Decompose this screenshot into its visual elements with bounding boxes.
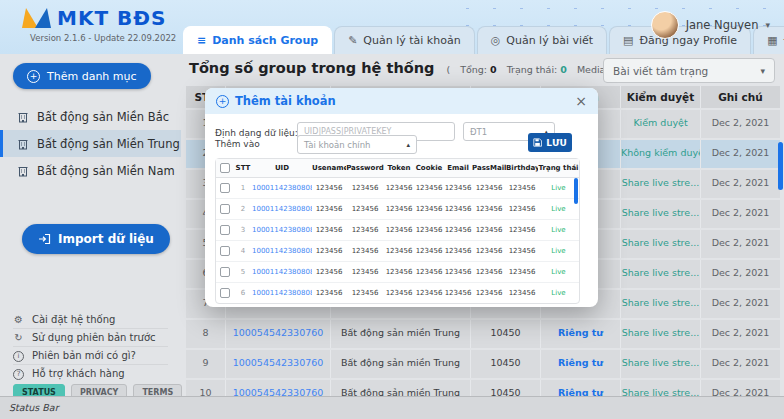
table-row[interactable]: 4100011423808086123456123456123456123456… bbox=[216, 241, 579, 262]
link-label: Cài đặt hệ thống bbox=[32, 314, 115, 325]
tab-danh-sach-group[interactable]: ≡ Danh sách Group bbox=[183, 26, 332, 54]
cell-passmail: 123456 bbox=[472, 226, 506, 234]
checkbox-icon bbox=[220, 288, 230, 298]
cell-moderation[interactable]: Share live stre... bbox=[620, 350, 700, 378]
row-checkbox[interactable] bbox=[216, 204, 234, 214]
post-type-dropdown[interactable]: Bài viết tâm trạng ▾ bbox=[603, 58, 775, 83]
cell-moderation[interactable]: Không kiểm duyệt bbox=[620, 140, 700, 168]
user-menu[interactable]: Jane Nguyen ▾ bbox=[651, 11, 770, 39]
cell-uid[interactable]: 100054542330760 bbox=[225, 320, 330, 348]
import-data-button[interactable]: Import dữ liệu bbox=[22, 224, 170, 254]
row-checkbox[interactable] bbox=[216, 267, 234, 277]
row-checkbox[interactable] bbox=[216, 183, 234, 193]
cell-privacy[interactable]: Riêng tư bbox=[540, 320, 620, 348]
column-header: Cookie bbox=[414, 164, 444, 172]
sidebar: + Thêm danh mục Bất động sản Miền Bắc Bấ… bbox=[0, 54, 181, 397]
cell-uid[interactable]: 100011423808086 bbox=[252, 226, 312, 234]
cell-moderation[interactable]: Share live stre... bbox=[620, 290, 700, 318]
link-previous-version[interactable]: ↻ Sử dụng phiên bản trước bbox=[13, 329, 168, 347]
addto-select[interactable]: Tài khoản chính ▴ bbox=[297, 135, 417, 154]
cell-cookie: 123456 bbox=[414, 226, 444, 234]
chevron-down-icon: ▾ bbox=[760, 66, 765, 76]
cell-moderation[interactable]: Share live stre... bbox=[620, 260, 700, 288]
save-button[interactable]: LƯU bbox=[528, 133, 572, 152]
cell-cookie: 123456 bbox=[414, 247, 444, 255]
account-table-body: 1100011423808086123456123456123456123456… bbox=[216, 178, 579, 303]
cell-password: 123456 bbox=[346, 226, 384, 234]
cell-uid[interactable]: 100011423808086 bbox=[252, 184, 312, 192]
cell-members: 10450 bbox=[470, 320, 540, 348]
cell-moderation[interactable]: Kiểm duyệt bbox=[620, 110, 700, 138]
cell-uid[interactable]: 100011423808086 bbox=[252, 289, 312, 297]
tab-quan-ly-bai-viet[interactable]: ◎ Quản lý bài viết bbox=[477, 26, 607, 54]
stat-total: Tổng:0 bbox=[460, 64, 497, 75]
building-icon bbox=[17, 111, 29, 123]
cell-uid[interactable]: 100011423808086 bbox=[252, 205, 312, 213]
table-row[interactable]: 1100011423808086123456123456123456123456… bbox=[216, 178, 579, 199]
user-name: Jane Nguyen bbox=[686, 18, 759, 32]
sidebar-item-mien-trung[interactable]: Bất động sản Miền Trung bbox=[0, 130, 181, 157]
close-icon[interactable]: × bbox=[575, 94, 587, 108]
sidebar-item-label: Bất động sản Miền Trung bbox=[37, 137, 180, 151]
modal-table-scrollbar[interactable] bbox=[574, 178, 578, 204]
cell-token: 123456 bbox=[384, 205, 414, 213]
circle-plus-icon: + bbox=[216, 95, 229, 108]
checkbox-icon bbox=[220, 225, 230, 235]
sidebar-item-label: Bất động sản Miền Bắc bbox=[37, 110, 169, 124]
column-header: Usename bbox=[312, 164, 346, 172]
cell-email: 123456 bbox=[444, 205, 472, 213]
gear-icon: ⚙ bbox=[13, 315, 24, 325]
cell-moderation[interactable]: Share live stre... bbox=[620, 170, 700, 198]
link-whats-new[interactable]: i Phiên bản mới có gì? bbox=[13, 347, 168, 365]
plus-icon: + bbox=[27, 70, 40, 83]
table-row[interactable]: 3100011423808086123456123456123456123456… bbox=[216, 220, 579, 241]
cell-uid[interactable]: 100011423808086 bbox=[252, 247, 312, 255]
table-row[interactable]: 5100011423808086123456123456123456123456… bbox=[216, 262, 579, 283]
row-checkbox[interactable] bbox=[216, 288, 234, 298]
account-table: STTUIDUsenamePasswordTokenCookieEmailPas… bbox=[215, 158, 580, 304]
cell-email: 123456 bbox=[444, 184, 472, 192]
cell-privacy[interactable]: Riêng tư bbox=[540, 350, 620, 378]
tab-quan-ly-tai-khoan[interactable]: ✎ Quản lý tài khoản bbox=[334, 26, 475, 54]
cell-token: 123456 bbox=[384, 247, 414, 255]
table-row[interactable]: 8100054542330760Bất động sản miền Trung1… bbox=[186, 318, 780, 348]
link-customer-support[interactable]: ? Hỗ trợ khách hàng bbox=[13, 365, 168, 382]
cell-moderation[interactable]: Share live stre... bbox=[620, 320, 700, 348]
cell-uid[interactable]: 100054542330760 bbox=[225, 350, 330, 378]
row-checkbox[interactable] bbox=[216, 225, 234, 235]
eye-icon: ◎ bbox=[491, 35, 501, 46]
sidebar-item-mien-nam[interactable]: Bất động sản Miền Nam bbox=[0, 157, 181, 184]
logo-text: MKT BĐS bbox=[57, 6, 166, 30]
modal-header: + Thêm tài khoản × bbox=[205, 88, 598, 114]
add-account-modal: + Thêm tài khoản × Định dạng dữ liệu: ĐT… bbox=[205, 88, 598, 307]
cell-birthday: 123456 bbox=[506, 247, 538, 255]
select-value: ĐT1 bbox=[470, 127, 487, 137]
version-label: Version 2.1.6 - Update 22.09.2022 bbox=[30, 33, 176, 43]
addto-label: Thêm vào bbox=[215, 139, 260, 149]
cell-stt: 4 bbox=[234, 247, 252, 255]
document-icon: ▤ bbox=[623, 35, 633, 46]
checkbox-icon bbox=[220, 204, 230, 214]
cell-username: 123456 bbox=[312, 205, 346, 213]
logo-triangle-blue-icon bbox=[35, 8, 51, 28]
cell-name: Bất động sản miền Trung bbox=[330, 320, 470, 348]
avatar[interactable] bbox=[651, 11, 679, 39]
cell-moderation[interactable]: Share live stre... bbox=[620, 200, 700, 228]
cell-cookie: 123456 bbox=[414, 289, 444, 297]
cell-status: Live bbox=[538, 247, 579, 255]
cell-status: Live bbox=[538, 289, 579, 297]
add-category-button[interactable]: + Thêm danh mục bbox=[13, 63, 151, 89]
row-checkbox[interactable] bbox=[216, 246, 234, 256]
sidebar-item-mien-bac[interactable]: Bất động sản Miền Bắc bbox=[0, 103, 181, 130]
row-checkbox[interactable] bbox=[216, 163, 234, 173]
cell-uid[interactable]: 100011423808086 bbox=[252, 268, 312, 276]
link-system-settings[interactable]: ⚙ Cài đặt hệ thống bbox=[13, 311, 168, 329]
table-row[interactable]: 9100054542330760Bất động sản miền Trung1… bbox=[186, 348, 780, 378]
cell-stt: 2 bbox=[234, 205, 252, 213]
table-row[interactable]: 2100011423808086123456123456123456123456… bbox=[216, 199, 579, 220]
checkbox-icon bbox=[220, 246, 230, 256]
format-label: Định dạng dữ liệu: bbox=[215, 128, 298, 138]
table-row[interactable]: 6100011423808086123456123456123456123456… bbox=[216, 283, 579, 303]
table-scrollbar[interactable] bbox=[778, 142, 783, 190]
cell-moderation[interactable]: Share live stre... bbox=[620, 230, 700, 258]
